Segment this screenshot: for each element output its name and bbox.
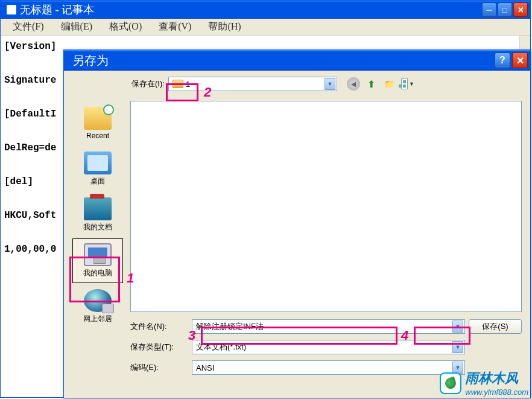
saveas-titlebar[interactable]: 另存为 ? ✕ xyxy=(64,50,530,71)
place-documents[interactable]: 我的文档 xyxy=(72,193,123,237)
minimize-button[interactable]: ─ xyxy=(482,2,496,17)
place-mycomputer-label: 我的电脑 xyxy=(83,268,112,278)
filetype-row: 保存类型(T): 文本文档(*.txt) ▼ xyxy=(130,340,522,354)
filename-label: 文件名(N): xyxy=(130,321,188,332)
saveas-title: 另存为 xyxy=(72,53,493,69)
chevron-down-icon[interactable]: ▼ xyxy=(452,341,463,353)
chevron-down-icon[interactable]: ▼ xyxy=(325,78,335,90)
new-folder-button[interactable]: 📁 xyxy=(383,77,396,91)
watermark-url: www.ylmf888.com xyxy=(465,388,528,397)
place-desktop[interactable]: 桌面 xyxy=(72,147,123,191)
place-recent[interactable]: Recent xyxy=(72,101,123,145)
filetype-label: 保存类型(T): xyxy=(130,342,188,353)
computer-icon xyxy=(84,243,112,266)
notepad-app-icon xyxy=(7,5,16,14)
nav-up-button[interactable]: ⬆ xyxy=(365,77,378,91)
filename-row: 文件名(N): 解除注册锁定INF法 ▼ 保存(S) xyxy=(130,319,522,334)
encoding-value: ANSI xyxy=(196,363,452,372)
network-icon xyxy=(84,289,112,312)
place-documents-label: 我的文档 xyxy=(83,222,112,232)
menu-help[interactable]: 帮助(H) xyxy=(200,18,249,36)
nav-back-button[interactable]: ◄ xyxy=(347,77,360,91)
documents-icon xyxy=(84,197,112,220)
desktop-icon xyxy=(84,152,112,174)
places-bar: Recent 桌面 我的文档 我的电脑 网上邻居 xyxy=(70,101,125,392)
notepad-titlebar[interactable]: 无标题 - 记事本 ─ □ ✕ xyxy=(1,1,530,19)
folder-icon xyxy=(173,80,183,88)
menu-format[interactable]: 格式(O) xyxy=(101,18,150,36)
filename-input[interactable]: 解除注册锁定INF法 ▼ xyxy=(192,319,465,334)
saveas-body: 保存在(I): 1 ▼ ◄ ⬆ 📁 ▼ Recent 桌面 xyxy=(64,71,530,398)
filetype-select[interactable]: 文本文档(*.txt) ▼ xyxy=(192,340,465,354)
menubar: 文件(F) 编辑(E) 格式(O) 查看(V) 帮助(H) xyxy=(1,19,530,36)
save-button[interactable]: 保存(S) xyxy=(469,319,522,334)
views-button[interactable]: ▼ xyxy=(401,77,414,91)
filename-value: 解除注册锁定INF法 xyxy=(196,321,452,332)
dialog-close-button[interactable]: ✕ xyxy=(512,53,528,68)
place-desktop-label: 桌面 xyxy=(90,176,105,187)
place-network-label: 网上邻居 xyxy=(83,314,112,324)
menu-file[interactable]: 文件(F) xyxy=(4,18,52,36)
notepad-title: 无标题 - 记事本 xyxy=(20,2,482,17)
window-controls: ─ □ ✕ xyxy=(482,2,528,17)
savein-value: 1 xyxy=(186,80,325,89)
watermark-logo xyxy=(440,372,461,394)
chevron-down-icon[interactable]: ▼ xyxy=(452,321,463,333)
close-button[interactable]: ✕ xyxy=(513,2,528,17)
place-mycomputer[interactable]: 我的电脑 xyxy=(72,238,123,283)
encoding-label: 编码(E): xyxy=(130,362,188,373)
saveas-dialog: 另存为 ? ✕ 保存在(I): 1 ▼ ◄ ⬆ 📁 ▼ Recent xyxy=(63,49,531,398)
nav-icons: ◄ ⬆ 📁 ▼ xyxy=(347,77,414,91)
watermark-title: 雨林木风 xyxy=(465,369,528,388)
watermark: 雨林木风 www.ylmf888.com xyxy=(440,369,528,397)
savein-dropdown[interactable]: 1 ▼ xyxy=(168,77,337,91)
file-list[interactable] xyxy=(130,101,522,312)
savein-label: 保存在(I): xyxy=(131,78,165,89)
filetype-value: 文本文档(*.txt) xyxy=(196,342,452,353)
savein-row: 保存在(I): 1 ▼ ◄ ⬆ 📁 ▼ xyxy=(131,77,523,91)
recent-icon xyxy=(84,107,112,130)
help-button[interactable]: ? xyxy=(495,53,510,68)
menu-edit[interactable]: 编辑(E) xyxy=(52,18,101,36)
place-network[interactable]: 网上邻居 xyxy=(72,284,123,329)
menu-view[interactable]: 查看(V) xyxy=(150,18,200,36)
encoding-select[interactable]: ANSI ▼ xyxy=(192,360,465,375)
place-recent-label: Recent xyxy=(86,132,109,140)
maximize-button[interactable]: □ xyxy=(498,2,512,17)
